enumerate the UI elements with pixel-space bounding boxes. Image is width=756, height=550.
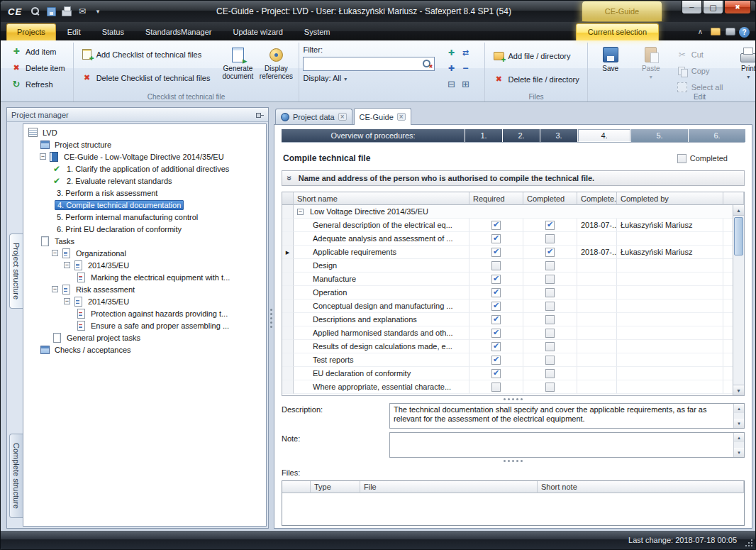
filter-input[interactable] [306, 60, 421, 68]
completed-checkbox[interactable] [545, 221, 555, 230]
description-field[interactable]: The technical documentation shall specif… [389, 403, 745, 429]
note-field[interactable] [389, 432, 745, 458]
scroll-down-icon[interactable] [734, 448, 744, 457]
tree-item-2014-35-eu[interactable]: 2014/35/EU [23, 259, 266, 271]
row-selector[interactable] [282, 340, 294, 353]
scroll-down-icon[interactable] [733, 385, 744, 395]
menu-tab-update-wizard[interactable]: Update wizard [223, 24, 292, 40]
mail-icon[interactable] [76, 6, 89, 17]
scroll-up-icon[interactable] [733, 205, 744, 216]
remove-level-icon[interactable] [459, 61, 472, 75]
row-selector[interactable] [282, 326, 294, 340]
checklist-row[interactable]: Low Voltage Directive 2014/35/EU [282, 205, 744, 219]
row-selector[interactable] [282, 273, 294, 286]
row-selector[interactable] [282, 380, 294, 394]
required-checkbox[interactable] [491, 369, 501, 378]
checklist-row[interactable]: General description of the electrical eq… [282, 219, 744, 232]
completed-checkbox[interactable] [545, 248, 555, 257]
qat-dropdown-icon[interactable] [91, 6, 104, 17]
row-selector[interactable] [282, 232, 294, 246]
checklist-row[interactable]: Where appropriate, essential characte... [282, 380, 744, 394]
completed-checkbox[interactable] [545, 234, 555, 243]
checklist-row[interactable]: Applicable requirements2018-07-...Łukasz… [282, 246, 744, 259]
side-tab-complete-structure[interactable]: Complete structure [9, 434, 23, 518]
step-tab-5[interactable]: 5. [631, 129, 688, 142]
files-table-body[interactable] [282, 493, 744, 525]
files-column-header-type[interactable]: Type [311, 481, 360, 493]
add-file-directory-button[interactable]: Add file / directory [489, 48, 583, 63]
menu-tab-status[interactable]: Status [92, 24, 134, 40]
row-selector[interactable] [282, 353, 294, 367]
minimize-button[interactable] [682, 1, 702, 14]
tree-item-5-perform-internal-manufacturing-control[interactable]: 5. Perform internal manufacturing contro… [23, 211, 266, 223]
folder-icon[interactable] [709, 26, 721, 38]
collapse-icon[interactable] [297, 209, 304, 215]
checklist-row[interactable]: EU declaration of conformity [282, 367, 744, 380]
completed-checkbox[interactable] [545, 275, 555, 284]
delete-file-directory-button[interactable]: Delete file / directory [489, 72, 583, 87]
files-column-header-file[interactable]: File [360, 481, 538, 493]
step-tab-2[interactable]: 2. [503, 129, 540, 142]
step-tab-overview-of-procedures[interactable]: Overview of procedures: [282, 129, 465, 142]
checklist-row[interactable]: Adequate analysis and assessment of ... [282, 232, 744, 246]
checklist-row[interactable]: Results of design calculations made, e..… [282, 340, 744, 353]
collapse-icon[interactable] [40, 153, 46, 160]
resize-grip[interactable] [744, 538, 752, 546]
tree-item-ensure-a-safe-and-proper-assembling[interactable]: Ensure a safe and proper assembling ... [23, 319, 266, 331]
row-selector[interactable] [282, 286, 294, 299]
add-item-button[interactable]: Add item [6, 44, 70, 59]
completed-checkbox[interactable] [545, 261, 555, 270]
collapse-icon[interactable] [64, 262, 70, 268]
vertical-splitter[interactable] [269, 107, 274, 529]
completed-checkbox[interactable] [545, 356, 555, 365]
add-checklist-of-technical-files-button[interactable]: Add Checklist of technical files [77, 47, 215, 62]
side-tab-project-structure[interactable]: Project structure [9, 233, 23, 309]
add-level-icon[interactable] [445, 61, 457, 75]
screenshot-icon[interactable] [724, 26, 736, 38]
completed-checkbox[interactable] [545, 383, 555, 392]
close-tab-icon[interactable] [397, 113, 406, 121]
step-tab-3[interactable]: 3. [540, 129, 577, 142]
swap-icon[interactable] [459, 45, 472, 60]
column-header-completed[interactable]: Completed [523, 192, 577, 205]
tree-item-organizational[interactable]: Organizational [23, 247, 266, 259]
step-tab-4[interactable]: 4. [578, 129, 630, 142]
column-header-required[interactable]: Required [469, 192, 523, 205]
scrollbar-thumb[interactable] [734, 217, 743, 255]
select-all-button[interactable]: Select all [672, 79, 728, 94]
doc-tab-ce-guide[interactable]: CE-Guide [354, 108, 411, 125]
required-checkbox[interactable] [491, 234, 501, 243]
expand-add-icon[interactable] [445, 45, 457, 60]
tree-item-1-clarify-the-application-of-additional-directives[interactable]: 1. Clarify the application of additional… [23, 163, 266, 175]
scroll-up-icon[interactable] [734, 433, 744, 442]
checklist-row[interactable]: Design [282, 259, 744, 273]
pin-icon[interactable] [255, 111, 264, 119]
display-filter-dropdown[interactable]: Display: All [303, 74, 435, 82]
completed-checkbox[interactable] [677, 154, 686, 163]
maximize-button[interactable] [703, 1, 723, 14]
tree-item-risk-assessment[interactable]: Risk assessment [23, 283, 266, 295]
tree-item-general-project-tasks[interactable]: General project tasks [23, 331, 266, 343]
menu-tab-system[interactable]: System [294, 24, 340, 40]
horizontal-splitter[interactable] [282, 396, 745, 402]
tree-item-checks-acceptances[interactable]: Checks / acceptances [23, 343, 266, 356]
checklist-row[interactable]: Test reports [282, 353, 744, 367]
print-button[interactable]: Print [729, 44, 756, 81]
print-icon[interactable] [60, 6, 73, 17]
menu-tab-edit[interactable]: Edit [57, 24, 91, 40]
required-checkbox[interactable] [491, 275, 501, 284]
completed-checkbox[interactable] [545, 315, 555, 324]
row-selector[interactable] [282, 299, 294, 313]
delete-checklist-of-technical-files-button[interactable]: Delete Checklist of technical files [77, 70, 215, 85]
completed-checkbox[interactable] [545, 369, 555, 378]
checklist-row[interactable]: Conceptual design and manufacturing ... [282, 299, 744, 313]
completed-checkbox[interactable] [545, 288, 555, 297]
row-selector[interactable] [282, 205, 294, 219]
column-header-short-name[interactable]: Short name [294, 192, 469, 205]
tree-item-tasks[interactable]: Tasks [23, 235, 266, 247]
required-checkbox[interactable] [491, 315, 501, 324]
required-checkbox[interactable] [491, 248, 501, 257]
required-checkbox[interactable] [491, 302, 501, 311]
tree-item-2-evaluate-relevant-standards[interactable]: 2. Evaluate relevant standards [23, 175, 266, 187]
copy-button[interactable]: Copy [672, 63, 728, 78]
